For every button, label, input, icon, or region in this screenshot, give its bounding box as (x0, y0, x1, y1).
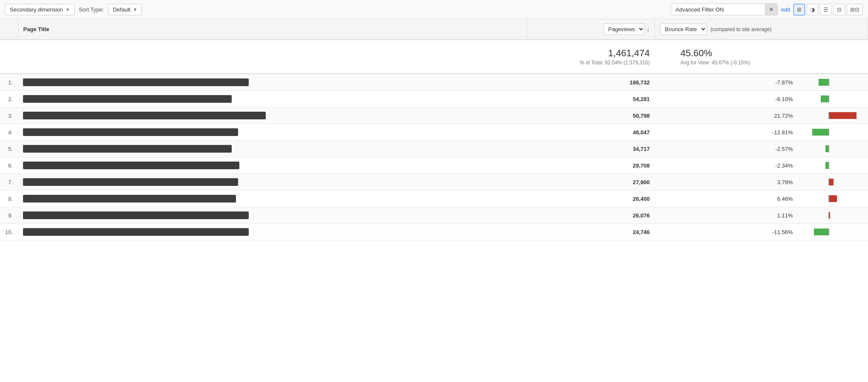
pageviews-select[interactable]: Pageviews (604, 23, 645, 35)
bounce-bar-green (819, 79, 829, 86)
table-row: 10.24,746-11.56% (0, 224, 868, 240)
bounce-center-line (828, 179, 829, 185)
view-pie-button[interactable]: ◑ (807, 4, 818, 15)
bounce-rate-cell: -12.81% (655, 124, 868, 141)
summary-pageviews-value: 1,461,474 (532, 48, 650, 59)
row-number: 10. (0, 224, 18, 240)
bounce-rate-select[interactable]: Bounce Rate (660, 23, 707, 35)
page-title-cell[interactable] (18, 141, 527, 157)
bounce-rate-cell: -2.57% (655, 141, 868, 157)
bounce-rate-cell: 3.79% (655, 174, 868, 191)
page-title-cell[interactable] (18, 191, 527, 207)
bounce-pct-value: 3.79% (763, 179, 793, 185)
page-title-bar (23, 211, 249, 219)
view-table-button[interactable]: ⊞ (793, 4, 805, 15)
page-title-cell[interactable] (18, 74, 527, 91)
bounce-bar-wrap (795, 145, 863, 152)
page-title-bar (23, 78, 249, 86)
bounce-bar-wrap (795, 195, 863, 202)
filter-close-button[interactable]: ✕ (765, 4, 777, 15)
page-title-bar (23, 145, 232, 153)
bounce-bar-wrap (795, 96, 863, 102)
page-title-bar (23, 162, 239, 169)
th-row-num (0, 19, 18, 40)
bounce-center-line (828, 129, 829, 136)
bounce-inner: -6.10% (660, 96, 863, 102)
bounce-inner: -12.81% (660, 129, 863, 136)
sort-type-label: Sort Type: (79, 6, 104, 13)
bounce-pct-value: -6.10% (763, 96, 793, 102)
bounce-center-line (828, 229, 829, 235)
bounce-pct-value: 1.11% (763, 212, 793, 219)
pageviews-value: 50,798 (527, 107, 655, 124)
page-title-bar (23, 228, 249, 236)
bounce-bar-wrap (795, 179, 863, 185)
bounce-inner: 1.11% (660, 212, 863, 219)
pageviews-value: 26,076 (527, 207, 655, 224)
table-row: 8.26,4006.46% (0, 191, 868, 207)
bounce-center-line (828, 145, 829, 152)
bounce-inner: -11.56% (660, 229, 863, 235)
bounce-bar-green (812, 129, 828, 136)
pageviews-value: 27,900 (527, 174, 655, 191)
table-row: 4.48,047-12.81% (0, 124, 868, 141)
page-title-cell[interactable] (18, 207, 527, 224)
th-bounce-rate: Bounce Rate (compared to site average) (655, 19, 868, 40)
pageviews-value: 29,708 (527, 157, 655, 174)
bounce-pct-value: -7.87% (763, 79, 793, 86)
bounce-bar-green (821, 96, 828, 102)
sort-arrow-icon: ↓ (647, 26, 650, 33)
bounce-inner: 21.72% (660, 112, 863, 119)
bounce-pct-value: -2.34% (763, 162, 793, 169)
bounce-pct-value: -12.81% (763, 129, 793, 136)
row-number: 9. (0, 207, 18, 224)
view-list-button[interactable]: ☰ (820, 4, 832, 15)
chevron-down-icon: ▼ (66, 7, 70, 12)
pageviews-value: 54,281 (527, 91, 655, 107)
sort-type-button[interactable]: Default ▼ (108, 4, 142, 15)
bounce-rate-cell: -6.10% (655, 91, 868, 107)
table-container: Page Title Pageviews ↓ Bounce Rate (0, 19, 868, 240)
page-title-bar (23, 95, 232, 103)
view-comparison-button[interactable]: ⊞⊟ (847, 4, 863, 15)
edit-link[interactable]: edit (781, 6, 790, 13)
page-title-cell[interactable] (18, 174, 527, 191)
row-number: 7. (0, 174, 18, 191)
page-title-cell[interactable] (18, 224, 527, 240)
bounce-bar-wrap (795, 79, 863, 86)
page-title-bar (23, 195, 236, 203)
secondary-dimension-button[interactable]: Secondary dimension ▼ (5, 4, 75, 15)
summary-bounce-avg: Avg for View: 45.67% (-0.15%) (681, 60, 863, 66)
pageviews-value: 24,746 (527, 224, 655, 240)
summary-title-cell (18, 40, 527, 74)
page-title-cell[interactable] (18, 157, 527, 174)
page-title-bar (23, 112, 266, 119)
bounce-pct-value: 21.72% (763, 113, 793, 119)
pageviews-value: 34,717 (527, 141, 655, 157)
page-title-cell[interactable] (18, 91, 527, 107)
advanced-filter-input[interactable] (671, 4, 765, 15)
bounce-rate-cell: -2.34% (655, 157, 868, 174)
bounce-rate-cell: 1.11% (655, 207, 868, 224)
pageviews-header-wrap: Pageviews ↓ (604, 23, 650, 35)
page-title-bar (23, 128, 238, 136)
summary-bounce-value: 45.60% (681, 48, 863, 59)
page-title-cell[interactable] (18, 124, 527, 141)
bounce-bar-wrap (795, 229, 863, 235)
bounce-inner: 6.46% (660, 195, 863, 202)
page-title-bar (23, 178, 238, 186)
summary-row: 1,461,474 % of Total: 92.54% (1,579,316)… (0, 40, 868, 74)
bounce-pct-value: 6.46% (763, 196, 793, 202)
bounce-center-line (828, 162, 829, 169)
bounce-pct-value: -11.56% (763, 229, 793, 235)
view-icons: ⊞ ◑ ☰ ⊟ ⊞⊟ (793, 4, 863, 15)
bounce-bar-red (829, 179, 834, 185)
page-title-cell[interactable] (18, 107, 527, 124)
bounce-bar-wrap (795, 129, 863, 136)
table-row: 7.27,9003.79% (0, 174, 868, 191)
table-row: 1.186,732-7.87% (0, 74, 868, 91)
table-row: 5.34,717-2.57% (0, 141, 868, 157)
filter-box: ✕ (671, 3, 778, 15)
view-pivot-button[interactable]: ⊟ (834, 4, 845, 15)
bounce-inner: -2.34% (660, 162, 863, 169)
